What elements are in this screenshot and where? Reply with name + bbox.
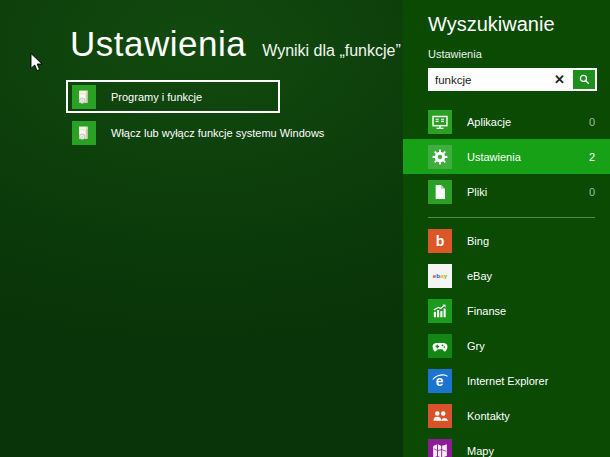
file-icon <box>428 180 452 204</box>
search-app-list: b Bing ebay eBay Finanse Gry e Internet … <box>403 223 610 457</box>
search-button[interactable] <box>573 70 595 89</box>
app-label: Bing <box>467 235 595 247</box>
finance-chart-icon <box>428 299 452 323</box>
result-label: Programy i funkcje <box>111 91 202 103</box>
page-title: Ustawienia <box>70 24 246 64</box>
app-row-ebay[interactable]: ebay eBay <box>403 258 610 293</box>
apps-monitor-icon <box>428 110 452 134</box>
list-divider <box>428 217 595 218</box>
people-icon <box>428 404 452 428</box>
category-row-pliki[interactable]: Pliki 0 <box>403 174 610 209</box>
map-icon <box>428 439 452 457</box>
search-box: ✕ <box>428 68 597 91</box>
bing-icon: b <box>428 229 452 253</box>
search-pane-title: Wyszukiwanie <box>428 13 555 36</box>
gear-icon <box>428 145 452 169</box>
magnifier-icon <box>578 73 591 86</box>
app-row-bing[interactable]: b Bing <box>403 223 610 258</box>
app-row-internet-explorer[interactable]: e Internet Explorer <box>403 363 610 398</box>
search-category-list: Aplikacje 0 Ustawienia 2 Pliki 0 <box>403 104 610 209</box>
search-scope-label: Ustawienia <box>428 48 482 60</box>
app-label: Finanse <box>467 305 595 317</box>
result-item-programy-i-funkcje[interactable]: Programy i funkcje <box>66 80 280 113</box>
search-results-area: Ustawienia Wyniki dla „funkcje” Programy… <box>0 0 403 457</box>
ebay-icon: ebay <box>428 264 452 288</box>
app-row-kontakty[interactable]: Kontakty <box>403 398 610 433</box>
category-label: Aplikacje <box>467 116 581 128</box>
category-row-aplikacje[interactable]: Aplikacje 0 <box>403 104 610 139</box>
app-label: eBay <box>467 270 595 282</box>
results-for-subtitle: Wyniki dla „funkcje” <box>262 42 401 60</box>
category-count: 0 <box>581 186 595 198</box>
ie-icon: e <box>428 369 452 393</box>
result-label: Włącz lub wyłącz funkcje systemu Windows <box>111 127 324 139</box>
app-row-gry[interactable]: Gry <box>403 328 610 363</box>
category-count: 2 <box>581 151 595 163</box>
programs-box-icon <box>72 121 96 145</box>
category-count: 0 <box>581 116 595 128</box>
app-row-mapy[interactable]: Mapy <box>403 433 610 457</box>
svg-text:ebay: ebay <box>433 272 448 279</box>
app-row-finanse[interactable]: Finanse <box>403 293 610 328</box>
programs-box-icon <box>72 85 96 109</box>
app-label: Gry <box>467 340 595 352</box>
search-pane: Wyszukiwanie Ustawienia ✕ Aplikacje 0 Us… <box>403 0 610 457</box>
results-header: Ustawienia Wyniki dla „funkcje” <box>70 24 401 64</box>
result-item-w-cz-lub-wy-cz-funkcje-systemu-windows[interactable]: Włącz lub wyłącz funkcje systemu Windows <box>68 118 368 148</box>
category-row-ustawienia[interactable]: Ustawienia 2 <box>403 139 610 174</box>
app-label: Mapy <box>467 445 595 457</box>
svg-text:b: b <box>436 232 445 248</box>
clear-search-icon[interactable]: ✕ <box>548 73 571 86</box>
search-input[interactable] <box>435 74 548 86</box>
games-controller-icon <box>428 334 452 358</box>
app-label: Kontakty <box>467 410 595 422</box>
app-label: Internet Explorer <box>467 375 595 387</box>
windows8-search-screen: Ustawienia Wyniki dla „funkcje” Programy… <box>0 0 610 457</box>
mouse-cursor-icon <box>30 53 43 76</box>
category-label: Pliki <box>467 186 581 198</box>
category-label: Ustawienia <box>467 151 581 163</box>
